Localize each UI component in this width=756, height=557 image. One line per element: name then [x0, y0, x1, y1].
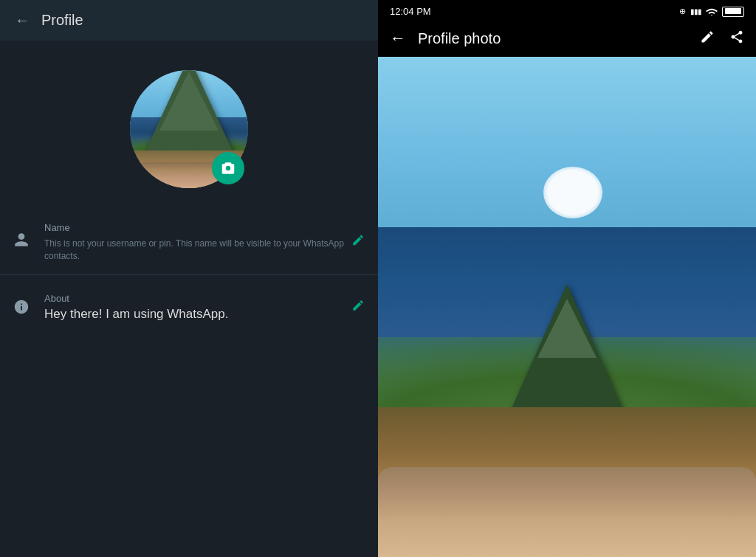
wifi-icon — [706, 7, 718, 17]
signal-icon: ▮▮▮ — [690, 7, 701, 15]
photo-viewer-screen: 12:04 PM ⊕ ▮▮▮ ← Profile photo — [378, 0, 756, 557]
profile-title: Profile — [41, 12, 83, 29]
profile-header: ← Profile — [0, 0, 378, 41]
share-photo-button[interactable] — [729, 30, 744, 48]
photo-scene — [378, 57, 756, 557]
name-section: Name This is not your username or pin. T… — [0, 210, 378, 275]
status-time: 12:04 PM — [390, 6, 431, 17]
about-value: Hey there! I am using WhatsApp. — [44, 307, 363, 322]
photo-cloud — [543, 167, 602, 218]
battery-icon — [722, 7, 744, 17]
photo-title: Profile photo — [418, 30, 501, 47]
photo-viewer — [378, 57, 756, 557]
person-icon — [13, 232, 30, 252]
photo-rocks — [378, 467, 756, 557]
profile-screen: ← Profile Name — [0, 0, 378, 557]
avatar-container[interactable] — [130, 70, 248, 188]
name-label: Name — [44, 222, 363, 233]
photo-sky — [378, 57, 756, 247]
profile-photo-large — [378, 57, 756, 557]
back-button[interactable]: ← — [15, 12, 30, 29]
header-actions — [700, 30, 744, 48]
edit-photo-button[interactable] — [700, 30, 715, 48]
about-label: About — [44, 293, 363, 304]
camera-button[interactable] — [212, 152, 244, 184]
status-icons: ⊕ ▮▮▮ — [679, 7, 744, 17]
photo-header: ← Profile photo — [378, 20, 756, 57]
photo-mountain — [508, 284, 626, 417]
name-hint: This is not your username or pin. This n… — [44, 238, 363, 263]
info-icon — [13, 299, 30, 319]
about-edit-button[interactable] — [351, 299, 365, 316]
header-left: ← Profile photo — [390, 29, 501, 48]
gps-icon: ⊕ — [679, 7, 686, 16]
photo-back-button[interactable]: ← — [390, 29, 406, 48]
mountain — [145, 70, 233, 153]
camera-icon — [220, 160, 236, 176]
about-section: About Hey there! I am using WhatsApp. — [0, 281, 378, 333]
name-edit-button[interactable] — [351, 234, 365, 251]
status-bar: 12:04 PM ⊕ ▮▮▮ — [378, 0, 756, 20]
